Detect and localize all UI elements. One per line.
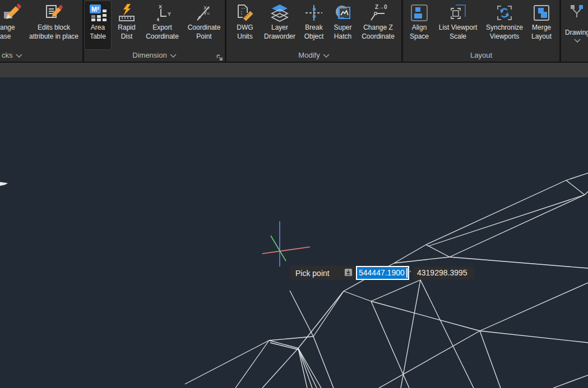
panel-title-text: Layout (470, 50, 492, 60)
svg-text:M²: M² (91, 6, 99, 13)
align-space-icon (410, 4, 428, 22)
coordinate-y-field[interactable]: 4319298.3995 (413, 267, 474, 279)
ribbon: ange ase Edits block attribute in place … (0, 0, 588, 62)
panel-title-layout: Layout (403, 50, 559, 60)
ribbon-button-super-hatch[interactable]: Super Hatch (330, 1, 356, 49)
edit-block-attribute-icon (45, 4, 63, 22)
coordinate-point-icon: X=Y= (195, 4, 213, 22)
pencil-icon (4, 4, 22, 22)
drawing-compare-icon (568, 4, 586, 22)
button-label: Change Z Coordinate (356, 23, 400, 41)
label-line: Align (412, 24, 427, 31)
ribbon-button-drawing[interactable]: Drawing (562, 1, 588, 49)
ribbon-button-area-table[interactable]: M² Area Table (85, 1, 111, 49)
label-line: Coordinate (362, 32, 395, 40)
ribbon-button-break-object[interactable]: Break Object (298, 1, 330, 49)
change-z-coordinate-icon: Z→0 (369, 4, 387, 22)
label-line: Edits block (38, 24, 70, 31)
coordinate-separator: , (409, 265, 411, 273)
label-line: Draworder (264, 32, 295, 40)
button-label: Rapid Dist (113, 23, 140, 41)
svg-text:X: X (159, 4, 162, 10)
label-line: Coordinate (146, 32, 179, 40)
label-line: Area (91, 24, 105, 31)
wireframe-mesh (0, 77, 588, 388)
ribbon-button-synchronize-viewports[interactable]: Synchronize Viewports (482, 1, 527, 49)
button-label: Merge Layout (526, 23, 557, 41)
label-line: Change Z (363, 24, 393, 31)
list-viewport-scale-icon (449, 4, 467, 22)
label-line: Dist (121, 32, 133, 40)
panel-title-modify[interactable]: Modify (226, 50, 401, 60)
drawing-canvas[interactable] (0, 77, 588, 388)
dynamic-input-prompt: Pick point (290, 266, 355, 280)
label-line: attribute in place (29, 32, 78, 40)
ribbon-button-clipped-edit[interactable]: ange ase (0, 1, 26, 49)
label-line: Viewports (490, 32, 519, 40)
label-line: Units (237, 32, 252, 40)
ribbon-button-list-viewport-scale[interactable]: List Viewport Scale (434, 1, 482, 49)
break-object-icon (305, 4, 323, 22)
svg-text:X=: X= (203, 5, 210, 11)
ribbon-button-merge-layout[interactable]: Merge Layout (526, 1, 557, 49)
coordinate-x-value: 544447.1900 (359, 268, 405, 277)
ribbon-button-rapid-dist[interactable]: Rapid Dist (113, 1, 140, 49)
ribbon-button-export-coordinate[interactable]: XY Export Coordinate (141, 1, 183, 49)
label-line: Space (410, 32, 429, 40)
down-arrow-key-icon (344, 268, 353, 278)
label-line: ange (0, 24, 15, 31)
label-line: Rapid (118, 24, 135, 31)
cad-application-window: { "ribbon": { "panels": [ { "label": "ck… (0, 0, 588, 388)
button-label: Layer Draworder (261, 23, 298, 41)
panel-title-text: Modify (298, 50, 320, 60)
panel-separator (559, 0, 561, 62)
ribbon-button-layer-draworder[interactable]: Layer Draworder (261, 1, 298, 49)
panel-title-text: Dimension (132, 50, 166, 60)
button-label: Edits block attribute in place (25, 23, 82, 41)
ribbon-button-align-space[interactable]: Align Space (405, 1, 434, 49)
panel-title-dimension[interactable]: Dimension (84, 50, 225, 60)
button-label: Super Hatch (330, 23, 356, 41)
export-coordinate-icon: XY (154, 4, 172, 22)
prompt-text: Pick point (295, 269, 330, 278)
ribbon-bottom-band (0, 62, 588, 77)
synchronize-viewports-icon (496, 4, 513, 22)
label-line: Coordinate (188, 24, 221, 31)
label-line: Export (152, 24, 172, 31)
chevron-down-icon (574, 39, 581, 43)
text-caret (406, 268, 408, 278)
ribbon-button-change-z-coordinate[interactable]: Z→0 Change Z Coordinate (356, 1, 400, 49)
label-line: Point (196, 32, 211, 40)
merge-layout-icon (533, 4, 550, 22)
label-line: Synchronize (486, 24, 523, 31)
ribbon-button-coordinate-point[interactable]: X=Y= Coordinate Point (184, 1, 224, 49)
svg-text:Z→0: Z→0 (375, 4, 387, 10)
label-line: Hatch (334, 32, 351, 40)
chevron-down-icon (16, 54, 22, 58)
dialog-launcher-icon[interactable] (216, 53, 223, 60)
label-line: DWG (237, 24, 253, 31)
chevron-down-icon (323, 54, 330, 58)
button-label: Align Space (405, 23, 434, 41)
button-label: Area Table (85, 23, 111, 41)
chevron-down-icon (170, 54, 177, 58)
svg-text:Y: Y (168, 11, 171, 17)
label-line: Break (305, 24, 322, 31)
button-label: Drawing (562, 29, 588, 36)
button-label: Export Coordinate (141, 23, 183, 41)
button-label: DWG Units (229, 23, 261, 41)
ribbon-button-edits-block-attribute[interactable]: Edits block attribute in place (25, 1, 82, 49)
area-table-icon: M² (89, 4, 107, 22)
panel-title-blocks[interactable]: cks (0, 50, 27, 60)
button-label: Synchronize Viewports (482, 23, 527, 41)
label-line: Object (304, 32, 324, 40)
label-line: Layout (531, 32, 552, 40)
ribbon-button-dwg-units[interactable]: DWG Units (229, 1, 261, 49)
button-label: List Viewport Scale (434, 23, 482, 41)
layer-draworder-icon (271, 4, 289, 22)
label-line: Merge (532, 24, 551, 31)
svg-text:Y=: Y= (203, 11, 210, 16)
panel-title-text: cks (2, 50, 13, 60)
label-line: Scale (450, 32, 466, 40)
coordinate-x-input[interactable]: 544447.1900 (356, 266, 409, 280)
